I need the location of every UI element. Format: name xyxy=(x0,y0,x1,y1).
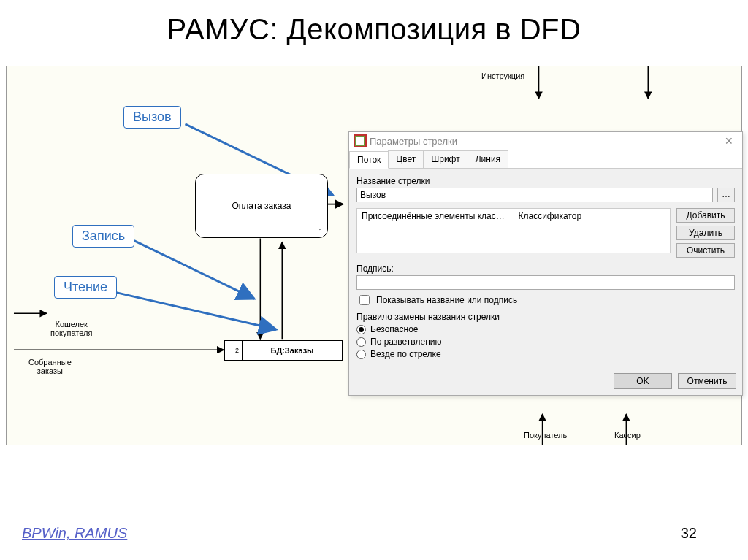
callout-write: Запись xyxy=(72,225,134,248)
svg-line-11 xyxy=(112,291,277,329)
signature-input[interactable] xyxy=(356,275,735,290)
cancel-button[interactable]: Отменить xyxy=(678,373,736,389)
show-name-checkbox-input[interactable] xyxy=(359,295,370,305)
col-attached: Присоединённые элементы классиф... xyxy=(357,209,514,253)
radio-every-label: Везде по стрелке xyxy=(370,349,441,359)
dialog-titlebar[interactable]: Параметры стрелки ✕ xyxy=(349,132,742,150)
radio-branch-label: По разветвлению xyxy=(370,337,441,347)
browse-button[interactable]: … xyxy=(717,188,735,202)
datastore-number: 2 xyxy=(232,341,243,360)
col-classifier: Классификатор xyxy=(514,209,671,253)
arrow-name-input[interactable] xyxy=(356,188,713,202)
label-wallet: Кошелек покупателя xyxy=(50,320,92,337)
arrow-properties-dialog: Параметры стрелки ✕ Поток Цвет Шрифт Лин… xyxy=(348,131,743,396)
footer-link[interactable]: BPWin, RAMUS xyxy=(22,525,127,542)
app-icon xyxy=(355,136,365,146)
clear-button[interactable]: Очистить xyxy=(676,243,735,258)
label-cashier: Кассир xyxy=(614,431,641,440)
radio-safe[interactable]: Безопасное xyxy=(356,324,735,334)
callout-read: Чтение xyxy=(54,276,117,299)
process-box[interactable]: Оплата заказа 1 xyxy=(195,174,328,238)
ok-button[interactable]: OK xyxy=(614,373,672,389)
tab-font[interactable]: Шрифт xyxy=(423,150,468,168)
label-instruction: Инструкция xyxy=(481,72,524,80)
delete-button[interactable]: Удалить xyxy=(676,226,735,240)
label-orders: Собранные заказы xyxy=(28,358,72,375)
add-button[interactable]: Добавить xyxy=(676,208,735,223)
callout-call: Вызов xyxy=(123,106,181,129)
show-name-checkbox[interactable]: Показывать название или подпись xyxy=(356,293,735,307)
tab-color[interactable]: Цвет xyxy=(388,150,424,168)
rule-label: Правило замены названия стрелки xyxy=(356,312,735,322)
slide-title: РАМУС: Декомпозиция в DFD xyxy=(0,0,748,52)
process-number: 1 xyxy=(318,228,323,236)
diagram-canvas: Инструкция Вызов Запись Чтение Оплата за… xyxy=(6,66,742,445)
datastore[interactable]: 2 БД:Заказы xyxy=(224,340,343,361)
tab-line[interactable]: Линия xyxy=(468,150,508,168)
svg-line-10 xyxy=(134,241,255,299)
page-number: 32 xyxy=(681,525,697,542)
datastore-label: БД:Заказы xyxy=(243,346,342,355)
close-icon[interactable]: ✕ xyxy=(722,135,736,147)
dialog-title: Параметры стрелки xyxy=(370,136,457,147)
arrow-name-label: Название стрелки xyxy=(356,176,735,186)
dialog-tabs: Поток Цвет Шрифт Линия xyxy=(349,150,742,169)
radio-every-dot[interactable] xyxy=(356,350,366,359)
classifier-table[interactable]: Присоединённые элементы классиф... Класс… xyxy=(356,208,671,253)
tab-flow[interactable]: Поток xyxy=(349,151,389,169)
radio-every[interactable]: Везде по стрелке xyxy=(356,349,735,359)
radio-branch-dot[interactable] xyxy=(356,337,366,347)
radio-safe-label: Безопасное xyxy=(370,324,418,334)
radio-safe-dot[interactable] xyxy=(356,325,366,334)
label-buyer: Покупатель xyxy=(524,431,567,440)
show-name-label: Показывать название или подпись xyxy=(376,295,517,305)
process-label: Оплата заказа xyxy=(232,201,291,211)
radio-branch[interactable]: По разветвлению xyxy=(356,337,735,347)
signature-label: Подпись: xyxy=(356,264,735,274)
